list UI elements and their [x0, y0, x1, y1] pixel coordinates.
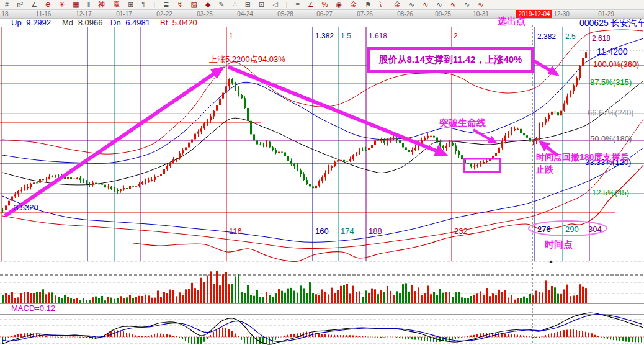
ratio-2382: 2.382	[537, 33, 556, 41]
ratio-25: 2.5	[565, 33, 576, 41]
time-116: 116	[229, 227, 242, 236]
support-note-text: 股价从8.14支撑到11.42，上涨40%	[379, 54, 522, 66]
date-label-08-26: 08-26	[397, 11, 413, 17]
level-12pct: 12.5%(45)	[592, 189, 629, 197]
ratio-1382: 1.382	[315, 32, 334, 40]
date-label-12-30: 12-30	[553, 11, 570, 17]
level-100pct: 100.0%(360)	[593, 60, 639, 69]
pullback-note-line1: 时间点回撤180度支撑后	[536, 153, 628, 162]
ratio-15: 1.5	[341, 32, 351, 40]
level-66pct: 66.67%(240)	[588, 109, 633, 117]
time-232: 232	[454, 227, 468, 236]
breakout-note: 突破生命线	[439, 118, 486, 128]
rise-note: 上涨5.2200点94.03%	[209, 55, 285, 64]
pick-point-note: 选出点	[498, 16, 525, 27]
ratio-1: 1	[229, 32, 233, 40]
date-label-03-25: 03-25	[197, 11, 213, 17]
time-174: 174	[341, 227, 354, 236]
date-label-07-26: 07-26	[357, 11, 373, 17]
app-window: #n²∠⊕✳▦‖神赢⊞¶|≣↯▨◆✎∴⊞⊡◁|≡∠%◉金⚑辶金∿∿∿∿∿∿ ▲ …	[0, 0, 644, 345]
date-label-09-25: 09-25	[435, 11, 451, 17]
date-label-12-17: 12-17	[76, 11, 92, 17]
date-label-02-22: 02-22	[156, 11, 172, 17]
pullback-note-line2: 止跌	[536, 165, 553, 174]
stock-code-name: 000625 长安汽车	[579, 18, 644, 29]
time-276: 276	[537, 225, 551, 234]
middle-band-readout: Md=8.0966	[62, 18, 102, 27]
date-label-10-31: 10-31	[473, 11, 489, 17]
bottom-band-readout: Bt=5.0420	[160, 18, 197, 27]
time-290: 290	[565, 225, 579, 234]
date-label-05-28: 05-28	[277, 11, 293, 17]
ratio-2: 2	[454, 32, 458, 40]
time-304: 304	[588, 225, 602, 234]
macd-value: MACD=0.12	[11, 304, 55, 313]
date-label-01-17: 01-17	[116, 11, 132, 17]
date-label-06-27: 06-27	[316, 11, 333, 17]
date-label-18: 18	[1, 11, 8, 17]
time-160: 160	[315, 227, 329, 236]
upper-band-readout: Up=9.2992	[11, 18, 51, 27]
time-point-note: 时间点	[545, 240, 573, 250]
level-87pct: 87.5%(315)	[590, 78, 632, 87]
support-note-box: 股价从8.14支撑到11.42，上涨40%	[367, 47, 534, 73]
time-188: 188	[369, 227, 382, 236]
lower-band-value: 3.5320	[14, 204, 38, 212]
chart-labels-layer: Up=9.2992 Md=8.0966 Dn=6.4981 Bt=5.0420 …	[0, 0, 644, 345]
date-label-01-29: 01-29	[598, 11, 614, 17]
price-high-value: 11.4200	[597, 47, 628, 56]
date-label-04-24: 04-24	[237, 11, 253, 17]
level-50pct: 50.0%(180)	[590, 135, 632, 143]
ratio-1618: 1.618	[369, 32, 387, 40]
ratio-2618: 2.618	[592, 35, 610, 43]
date-label-11-16: 11-16	[36, 11, 51, 17]
lower-band-readout: Dn=6.4981	[110, 18, 150, 27]
